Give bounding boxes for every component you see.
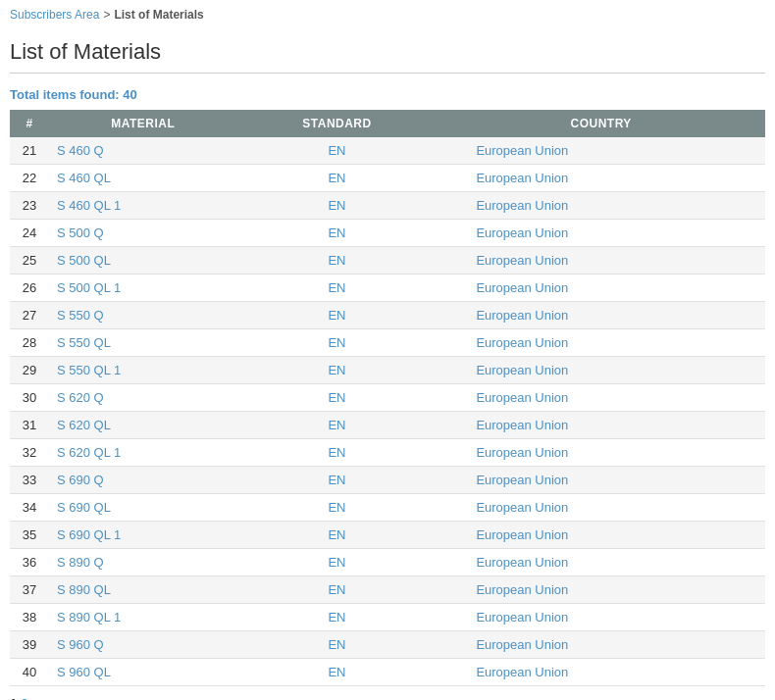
standard-link[interactable]: EN [328,171,345,185]
standard-link[interactable]: EN [328,280,345,295]
country-link[interactable]: European Union [476,253,568,268]
material-link[interactable]: S 960 QL [57,665,111,679]
country-link[interactable]: European Union [476,665,568,679]
cell-material: S 500 QL 1 [49,275,237,302]
material-link[interactable]: S 550 QL [57,335,111,350]
country-link[interactable]: European Union [476,390,568,405]
table-row: 25S 500 QLENEuropean Union [10,247,765,275]
breadcrumb-parent-link[interactable]: Subscribers Area [10,8,99,22]
table-row: 27S 550 QENEuropean Union [10,302,765,329]
standard-link[interactable]: EN [328,363,345,377]
breadcrumb-separator: > [103,8,110,22]
col-header-num: # [10,110,49,137]
material-link[interactable]: S 890 QL 1 [57,610,121,625]
col-header-material: MATERIAL [49,110,237,137]
standard-link[interactable]: EN [328,555,345,570]
cell-num: 28 [10,329,49,357]
standard-link[interactable]: EN [328,500,345,515]
cell-country: European Union [437,329,765,357]
material-link[interactable]: S 690 QL [57,500,111,515]
country-link[interactable]: European Union [476,335,568,350]
cell-standard: EN [237,329,438,357]
material-link[interactable]: S 500 QL 1 [57,280,121,295]
material-link[interactable]: S 890 QL [57,582,111,597]
standard-link[interactable]: EN [328,610,345,625]
material-link[interactable]: S 890 Q [57,555,104,570]
country-link[interactable]: European Union [476,637,568,652]
standard-link[interactable]: EN [328,418,345,432]
material-link[interactable]: S 500 QL [57,253,111,268]
material-link[interactable]: S 960 Q [57,637,104,652]
cell-num: 35 [10,522,49,549]
country-link[interactable]: European Union [476,527,568,542]
country-link[interactable]: European Union [476,445,568,460]
country-link[interactable]: European Union [476,308,568,323]
breadcrumb-current: List of Materials [114,8,203,22]
country-link[interactable]: European Union [476,280,568,295]
cell-num: 21 [10,137,49,165]
country-link[interactable]: European Union [476,225,568,240]
country-link[interactable]: European Union [476,582,568,597]
country-link[interactable]: European Union [476,555,568,570]
table-row: 36S 890 QENEuropean Union [10,549,765,576]
materials-table: # MATERIAL STANDARD COUNTRY 21S 460 QENE… [10,110,765,686]
country-link[interactable]: European Union [476,418,568,432]
standard-link[interactable]: EN [328,198,345,213]
cell-material: S 690 QL [49,494,237,522]
cell-num: 22 [10,165,49,192]
cell-material: S 620 QL [49,412,237,439]
material-link[interactable]: S 620 QL [57,418,111,432]
pagination-link[interactable]: 2 [21,696,27,700]
table-row: 39S 960 QENEuropean Union [10,631,765,659]
standard-link[interactable]: EN [328,445,345,460]
standard-link[interactable]: EN [328,253,345,268]
cell-standard: EN [237,247,438,275]
standard-link[interactable]: EN [328,527,345,542]
cell-material: S 960 QL [49,659,237,686]
standard-link[interactable]: EN [328,308,345,323]
country-link[interactable]: European Union [476,143,568,158]
material-link[interactable]: S 500 Q [57,225,104,240]
country-link[interactable]: European Union [476,171,568,185]
col-header-country: COUNTRY [437,110,765,137]
country-link[interactable]: European Union [476,198,568,213]
table-row: 24S 500 QENEuropean Union [10,220,765,247]
material-link[interactable]: S 550 QL 1 [57,363,121,377]
standard-link[interactable]: EN [328,582,345,597]
country-link[interactable]: European Union [476,610,568,625]
cell-standard: EN [237,659,438,686]
material-link[interactable]: S 460 QL [57,171,111,185]
cell-material: S 500 Q [49,220,237,247]
standard-link[interactable]: EN [328,390,345,405]
table-row: 29S 550 QL 1ENEuropean Union [10,357,765,384]
standard-link[interactable]: EN [328,473,345,487]
cell-num: 24 [10,220,49,247]
standard-link[interactable]: EN [328,225,345,240]
cell-material: S 690 QL 1 [49,522,237,549]
cell-material: S 620 QL 1 [49,439,237,467]
cell-country: European Union [437,659,765,686]
table-row: 23S 460 QL 1ENEuropean Union [10,192,765,220]
material-link[interactable]: S 460 Q [57,143,104,158]
cell-standard: EN [237,137,438,165]
standard-link[interactable]: EN [328,143,345,158]
cell-country: European Union [437,439,765,467]
material-link[interactable]: S 690 QL 1 [57,527,121,542]
cell-country: European Union [437,302,765,329]
cell-standard: EN [237,412,438,439]
cell-standard: EN [237,494,438,522]
material-link[interactable]: S 690 Q [57,473,104,487]
country-link[interactable]: European Union [476,473,568,487]
cell-standard: EN [237,302,438,329]
country-link[interactable]: European Union [476,500,568,515]
cell-material: S 890 QL 1 [49,604,237,631]
standard-link[interactable]: EN [328,335,345,350]
standard-link[interactable]: EN [328,665,345,679]
cell-country: European Union [437,494,765,522]
standard-link[interactable]: EN [328,637,345,652]
material-link[interactable]: S 460 QL 1 [57,198,121,213]
material-link[interactable]: S 620 QL 1 [57,445,121,460]
country-link[interactable]: European Union [476,363,568,377]
material-link[interactable]: S 620 Q [57,390,104,405]
material-link[interactable]: S 550 Q [57,308,104,323]
